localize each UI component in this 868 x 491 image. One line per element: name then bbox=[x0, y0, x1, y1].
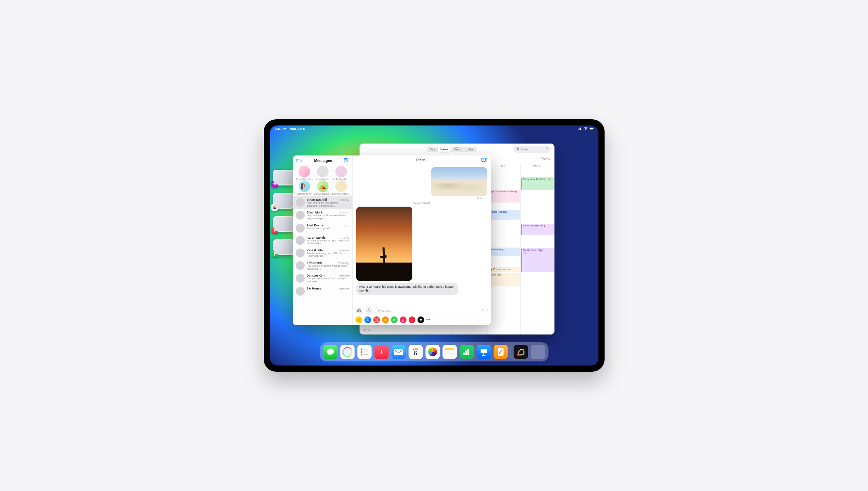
svg-rect-11 bbox=[482, 158, 485, 162]
pinned-conversation[interactable]: ⛺Bay Area Buddi… bbox=[314, 180, 332, 195]
pinned-conversation[interactable]: Jordan Vandnais bbox=[295, 166, 314, 180]
svg-rect-25 bbox=[482, 355, 485, 356]
pinned-conversation[interactable]: 🧗Climbing Crew bbox=[295, 180, 314, 195]
conversation-row[interactable]: Ski HouseYesterday bbox=[293, 285, 352, 297]
calendar-event[interactable]: Band Jam Session 🎸 bbox=[521, 224, 554, 235]
dock-app-folder[interactable] bbox=[531, 345, 545, 359]
dock-messages-icon[interactable] bbox=[323, 345, 337, 359]
conversation-name: Duncan Kerr bbox=[307, 274, 325, 277]
messages-window[interactable]: ••• Edit Messages Jordan VandnaisKevin S… bbox=[293, 155, 491, 325]
calendar-search-field[interactable]: Search bbox=[514, 146, 551, 153]
calendar-event[interactable]: School play bbox=[487, 273, 520, 286]
pinned-name: Bay Area Buddi… bbox=[314, 193, 331, 195]
dock-mail-icon[interactable] bbox=[391, 345, 406, 359]
svg-rect-2 bbox=[579, 128, 580, 130]
avatar bbox=[296, 249, 305, 257]
compose-button-icon[interactable] bbox=[344, 158, 349, 164]
conversation-row[interactable]: Brian Mork8:42 AMHey man, can I still bo… bbox=[293, 209, 352, 222]
calendar-view-segmented[interactable]: Day Week Month Year bbox=[427, 147, 476, 152]
conversation-row[interactable]: Duncan KerrYesterdayCan you still make i… bbox=[293, 272, 352, 285]
digital-touch-app-icon[interactable]: ❤ bbox=[417, 316, 424, 323]
thread-contact-name[interactable]: Ethan bbox=[416, 158, 425, 162]
sent-image-bubble[interactable] bbox=[431, 167, 487, 196]
dictate-icon[interactable] bbox=[482, 309, 484, 313]
pinned-conversation[interactable]: Edwina Greena… bbox=[332, 180, 350, 195]
avatar bbox=[296, 261, 305, 270]
messages-sidebar-header: Edit Messages bbox=[293, 155, 352, 166]
dock-procreate-icon[interactable] bbox=[514, 345, 528, 359]
avatar bbox=[296, 224, 305, 233]
signal-icon bbox=[578, 127, 582, 131]
dock-notes-icon[interactable] bbox=[442, 345, 457, 359]
dock-pages-icon[interactable] bbox=[493, 345, 508, 359]
status-time-date: 9:41 AM Mon Jun 6 bbox=[275, 127, 305, 131]
svg-point-13 bbox=[358, 310, 360, 312]
svg-rect-8 bbox=[546, 147, 547, 149]
dock-safari-icon[interactable] bbox=[340, 345, 354, 359]
dock-numbers-icon[interactable] bbox=[459, 345, 474, 359]
memoji-app-icon[interactable]: ☺ bbox=[355, 316, 362, 323]
conversation-row[interactable]: Aaron Morris7:12 AMHi Craig, are you sti… bbox=[293, 234, 352, 247]
seg-day[interactable]: Day bbox=[427, 147, 438, 152]
conversation-name: Aaron Morris bbox=[307, 236, 326, 239]
pinned-conversations: Jordan VandnaisKevin SmedsKelly, David &… bbox=[293, 166, 352, 196]
status-date: Mon Jun 6 bbox=[290, 127, 305, 131]
audio-app-icon[interactable]: ((•)) bbox=[373, 316, 380, 323]
calendar-event[interactable]: Staff Meeting bbox=[487, 248, 520, 256]
stage-pile-2[interactable] bbox=[273, 193, 294, 209]
stage-pile-1[interactable]: ✎ bbox=[273, 170, 294, 185]
ipad-screen: 9:41 AM Mon Jun 6 ✎ bbox=[270, 125, 598, 366]
fitness-app-icon[interactable]: ◎ bbox=[400, 316, 407, 323]
day-header[interactable]: Sat 11 bbox=[520, 163, 554, 169]
appstore-app-icon[interactable]: A bbox=[364, 316, 371, 323]
procreate-badge-icon: ✎ bbox=[271, 181, 278, 188]
event-subtitle: 🎲 bbox=[523, 252, 553, 254]
calendar-event[interactable]: 🚗 30 min travel time bbox=[487, 267, 520, 272]
dock-calendar-icon[interactable]: MON 6 bbox=[408, 345, 423, 359]
today-button[interactable]: Today bbox=[541, 157, 550, 161]
message-thread[interactable]: Delivered Today 9:00 AM Nice! I've heard… bbox=[353, 165, 491, 305]
calendar-event[interactable]: Feature Planning bbox=[487, 210, 520, 220]
stickers-app-icon[interactable]: ★ bbox=[382, 316, 389, 323]
camera-button-icon[interactable] bbox=[355, 307, 363, 314]
received-text-bubble[interactable]: Nice! I've heard this place is awesome. … bbox=[356, 283, 458, 295]
photos-app-icon[interactable]: ✿ bbox=[391, 316, 398, 323]
calendar-event[interactable]: Family Game Night🎲 bbox=[521, 248, 554, 272]
day-header[interactable]: Fri 10 bbox=[486, 163, 520, 169]
conversation-name: Brian Mork bbox=[307, 211, 323, 214]
imessage-input[interactable]: iMessage bbox=[375, 307, 488, 314]
edit-button[interactable]: Edit bbox=[296, 159, 302, 163]
pinned-conversation[interactable]: Kelly, David &… bbox=[332, 166, 350, 180]
compose-area: iMessage ☺ A ((•)) ★ ✿ ◎ ♪ bbox=[353, 305, 491, 325]
conversation-name: Ethan Izzarelli bbox=[307, 198, 327, 202]
received-image-bubble[interactable] bbox=[356, 207, 412, 281]
conversation-row[interactable]: Ethan Izzarelli9:02 AMNice! I've heard t… bbox=[293, 196, 352, 209]
pinned-conversation[interactable]: Kevin Smeds bbox=[314, 166, 332, 180]
music-app-icon[interactable]: ♪ bbox=[409, 316, 415, 323]
pinned-name: Climbing Crew bbox=[297, 193, 311, 195]
app-store-button-icon[interactable] bbox=[365, 307, 372, 314]
messages-thread-panel: Ethan › Delivered Today 9:00 AM Nice! I'… bbox=[353, 155, 491, 325]
facetime-button-icon[interactable] bbox=[481, 157, 487, 163]
seg-year[interactable]: Year bbox=[465, 147, 476, 152]
dock-photos-icon[interactable] bbox=[425, 345, 440, 359]
conversation-row[interactable]: Erin SteedYesterdayHey Craig, Here's the… bbox=[293, 259, 352, 272]
conversation-preview: Hi Craig, are you still up for doing tha… bbox=[307, 239, 350, 245]
dock-reminders-icon[interactable] bbox=[357, 345, 371, 359]
calendar-event[interactable]: Competitive Meditation 🧘 bbox=[521, 177, 554, 190]
calendar-column-sat: Competitive Meditation 🧘Band Jam Session… bbox=[520, 169, 554, 334]
calendar-event[interactable]: Yoga Certification Training bbox=[487, 190, 520, 203]
more-apps-button[interactable]: ••• bbox=[426, 317, 431, 322]
conversation-row[interactable]: Aled Evans7:12 AMThese look so good! bbox=[293, 222, 352, 234]
stage-pile-4[interactable]: ▮ bbox=[273, 239, 294, 255]
seg-week[interactable]: Week bbox=[438, 147, 451, 152]
conversation-preview: Hey Craig, Here's the website I told you… bbox=[307, 265, 350, 270]
dock-music-icon[interactable]: ♪ bbox=[374, 345, 389, 359]
dock-keynote-icon[interactable] bbox=[476, 345, 491, 359]
mic-icon[interactable] bbox=[546, 147, 548, 151]
search-placeholder: Search bbox=[521, 148, 531, 151]
stage-pile-3[interactable]: ♪ bbox=[273, 216, 294, 232]
conversation-row[interactable]: Kate GrellaYesterdayThanks for taking ca… bbox=[293, 247, 352, 259]
window-multitask-dots-icon[interactable]: ••• bbox=[454, 146, 460, 150]
search-icon bbox=[516, 147, 519, 151]
